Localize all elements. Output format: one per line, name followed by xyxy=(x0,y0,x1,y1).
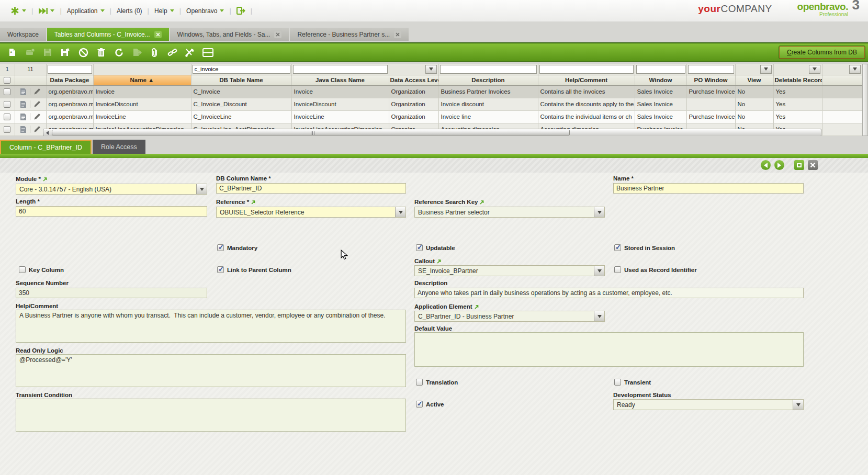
form-view-icon[interactable] xyxy=(20,113,27,121)
reference-search-key-link-icon[interactable] xyxy=(480,200,484,205)
logout-button[interactable] xyxy=(231,7,251,15)
row-checkbox[interactable] xyxy=(4,88,10,95)
cell-java-class-name[interactable]: Invoice xyxy=(291,85,389,98)
cell-deletable[interactable]: Yes xyxy=(773,98,822,110)
cell-name[interactable]: InvoiceLine xyxy=(93,110,191,123)
workspace-menu[interactable] xyxy=(5,6,31,15)
cell-db-table-name[interactable]: C_Invoice xyxy=(191,85,291,98)
save-and-close-button[interactable] xyxy=(58,45,73,60)
cell-view[interactable]: No xyxy=(735,85,773,98)
grid-form-toggle-button[interactable] xyxy=(200,45,216,60)
help-comment-textarea[interactable]: A Business Partner is anyone with whom y… xyxy=(16,310,406,343)
tab-tables-and-columns[interactable]: Tables and Columns - C_Invoice... xyxy=(47,28,169,41)
new-in-form-button[interactable] xyxy=(22,45,38,60)
row-checkbox[interactable] xyxy=(4,101,10,108)
form-view-icon[interactable] xyxy=(20,126,27,133)
col-header-java-class-name[interactable]: Java Class Name xyxy=(291,75,389,85)
delete-button[interactable] xyxy=(93,45,109,60)
cell-data-access-level[interactable]: Organization xyxy=(389,85,438,98)
filter-view[interactable] xyxy=(737,65,772,74)
transient-condition-textarea[interactable] xyxy=(16,399,406,432)
help-menu[interactable]: Help xyxy=(149,7,179,15)
cell-data-package[interactable]: org.openbravo.m xyxy=(46,85,93,98)
link-to-parent-checkbox[interactable] xyxy=(217,266,224,273)
undo-button[interactable] xyxy=(75,45,91,60)
development-status-select[interactable]: Ready xyxy=(613,399,804,410)
form-view-icon[interactable] xyxy=(20,100,27,108)
row-checkbox[interactable] xyxy=(4,126,10,133)
mandatory-checkbox[interactable] xyxy=(217,244,224,251)
cell-view[interactable]: No xyxy=(735,98,773,110)
cell-data-access-level[interactable]: Organization xyxy=(389,98,438,110)
link-button[interactable] xyxy=(164,45,180,60)
select-all-checkbox-cell[interactable] xyxy=(0,75,15,85)
dropdown-arrow-icon[interactable] xyxy=(594,207,604,217)
col-header-help-comment[interactable]: Help/Comment xyxy=(538,75,635,85)
filter-po-window[interactable] xyxy=(688,65,734,74)
dropdown-arrow-icon[interactable] xyxy=(809,65,820,74)
col-header-po-window[interactable]: PO Window xyxy=(686,75,735,85)
col-header-description[interactable]: Description xyxy=(438,75,538,85)
cell-data-access-level[interactable]: Organization xyxy=(389,110,438,123)
scrollbar-thumb[interactable] xyxy=(52,130,570,135)
read-only-logic-textarea[interactable]: @Processed@='Y' xyxy=(16,354,406,387)
updatable-checkbox[interactable] xyxy=(416,244,423,251)
close-icon[interactable] xyxy=(274,31,281,38)
module-link-icon[interactable] xyxy=(43,177,47,182)
cell-data-package[interactable]: org.openbravo.m xyxy=(46,110,93,123)
edit-pencil-icon[interactable] xyxy=(33,100,41,108)
translation-checkbox[interactable] xyxy=(416,379,423,386)
scroll-left-arrow[interactable] xyxy=(44,130,51,135)
dropdown-arrow-icon[interactable] xyxy=(594,266,604,276)
cell-name[interactable]: InvoiceDiscount xyxy=(93,98,191,110)
col-header-view[interactable]: View xyxy=(735,75,773,85)
previous-record-button[interactable] xyxy=(761,160,771,170)
key-column-checkbox[interactable] xyxy=(19,266,26,273)
cell-deletable[interactable]: Yes xyxy=(773,110,822,123)
cell-view[interactable]: No xyxy=(735,110,773,123)
filter-data-package[interactable] xyxy=(48,65,92,74)
used-as-record-identifier-checkbox[interactable] xyxy=(614,266,621,273)
audit-trail-button[interactable] xyxy=(182,45,198,60)
cell-java-class-name[interactable]: InvoiceDiscount xyxy=(291,98,389,110)
filter-data-access-level[interactable] xyxy=(390,65,437,74)
openbravo-menu[interactable]: Openbravo xyxy=(181,7,229,15)
table-row[interactable]: org.openbravo.m InvoiceDiscount C_Invoic… xyxy=(0,98,862,110)
application-menu[interactable]: Application xyxy=(62,7,110,15)
cell-data-package[interactable]: org.openbravo.m xyxy=(46,98,93,110)
vertical-scrollbar[interactable] xyxy=(862,64,868,136)
application-element-link-icon[interactable] xyxy=(475,304,479,309)
cell-window[interactable]: Sales Invoice xyxy=(635,98,686,110)
edit-pencil-icon[interactable] xyxy=(33,126,41,133)
reference-search-key-select[interactable]: Business Partner selector xyxy=(414,207,605,218)
cell-po-window[interactable]: Purchase Invoice xyxy=(686,110,735,123)
horizontal-scrollbar[interactable] xyxy=(43,129,821,136)
save-button[interactable] xyxy=(40,45,55,60)
callout-select[interactable]: SE_Invoice_BPartner xyxy=(414,265,605,276)
table-row[interactable]: org.openbravo.m Invoice C_Invoice Invoic… xyxy=(0,85,862,98)
filter-extra[interactable] xyxy=(824,65,861,74)
attachment-button[interactable] xyxy=(146,45,162,60)
cell-description[interactable]: Invoice discount xyxy=(438,98,538,110)
col-header-data-access-level[interactable]: Data Access Level xyxy=(389,75,438,85)
length-input[interactable] xyxy=(16,206,207,217)
refresh-button[interactable] xyxy=(111,45,127,60)
stored-in-session-checkbox[interactable] xyxy=(614,244,621,251)
close-icon[interactable] xyxy=(154,31,162,38)
tab-windows-tabs-fields[interactable]: Windows, Tabs, and Fields - Sa... xyxy=(170,28,289,41)
dropdown-arrow-icon[interactable] xyxy=(793,400,803,410)
cell-help-comment[interactable]: Contains the discounts apply to the xyxy=(538,98,635,110)
filter-java-class-name[interactable] xyxy=(293,65,388,74)
cell-description[interactable]: Business Partner Invoices xyxy=(438,85,538,98)
cell-help-comment[interactable]: Contains the individual items or ch xyxy=(538,110,635,123)
active-checkbox[interactable] xyxy=(416,401,423,408)
dropdown-arrow-icon[interactable] xyxy=(196,184,207,194)
description-input[interactable] xyxy=(414,288,804,298)
filter-description[interactable] xyxy=(440,65,537,74)
db-column-name-input[interactable] xyxy=(216,183,406,194)
cell-window[interactable]: Sales Invoice xyxy=(635,85,686,98)
maximize-button[interactable] xyxy=(794,160,804,170)
subtab-role-access[interactable]: Role Access xyxy=(93,140,145,154)
next-record-button[interactable] xyxy=(774,160,784,170)
quick-launch-menu[interactable] xyxy=(33,7,60,15)
